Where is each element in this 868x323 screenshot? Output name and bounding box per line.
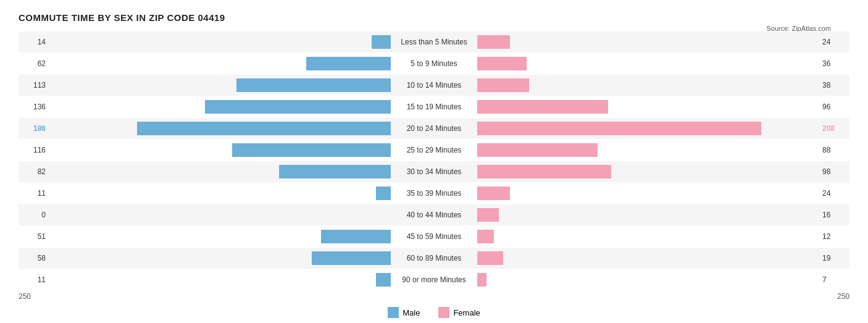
right-bar-side [477,183,819,204]
male-value: 58 [19,254,49,262]
bars-container: 90 or more Minutes [49,269,819,290]
female-value: 36 [819,59,849,68]
chart-row: 186 20 to 24 Minutes 208 [19,118,849,139]
right-bar-side [477,31,819,52]
axis-right-label: 250 [837,292,849,301]
left-bar-side [49,204,391,225]
female-value: 24 [819,38,849,46]
chart-row: 62 5 to 9 Minutes 36 [19,53,849,74]
chart-row: 11 35 to 39 Minutes 24 [19,183,849,204]
chart-row: 11 90 or more Minutes 7 [19,269,849,290]
bars-container: 45 to 59 Minutes [49,226,819,247]
chart-title: COMMUTE TIME BY SEX IN ZIP CODE 04419 [19,12,849,23]
bars-container: 5 to 9 Minutes [49,53,819,74]
female-bar [477,187,510,200]
male-bar [376,273,391,287]
male-bar [236,78,391,92]
male-bar [279,165,391,178]
chart-row: 51 45 to 59 Minutes 12 [19,226,849,247]
male-bar [321,230,391,243]
left-bar-side [49,248,391,269]
left-bar-side [49,118,391,139]
left-bar-side [49,75,391,96]
left-bar-side [49,140,391,161]
left-bar-side [49,53,391,74]
legend-male-box [388,307,399,318]
chart-row: 136 15 to 19 Minutes 96 [19,96,849,117]
female-bar [477,165,611,178]
male-value: 0 [19,211,49,219]
row-label: Less than 5 Minutes [391,38,477,46]
left-bar-side [49,226,391,247]
legend-female-label: Female [453,308,480,317]
female-bar [477,35,510,49]
bars-container: 60 to 89 Minutes [49,248,819,269]
right-bar-side [477,204,819,225]
bars-container: 20 to 24 Minutes [49,118,819,139]
chart-area: 14 Less than 5 Minutes 24 62 5 to 9 Minu… [19,31,849,318]
female-bar [477,57,527,70]
female-value: 24 [819,189,849,198]
female-bar [477,251,503,265]
chart-row: 0 40 to 44 Minutes 16 [19,204,849,225]
male-value: 14 [19,38,49,46]
left-bar-side [49,96,391,117]
bars-container: 40 to 44 Minutes [49,204,819,225]
male-value: 116 [19,146,49,154]
male-bar [137,122,391,135]
right-bar-side [477,96,819,117]
female-value: 19 [819,254,849,262]
female-value: 98 [819,167,849,176]
right-bar-side [477,75,819,96]
bars-container: 10 to 14 Minutes [49,75,819,96]
row-label: 60 to 89 Minutes [391,254,477,262]
female-value: 96 [819,103,849,111]
row-label: 90 or more Minutes [391,275,477,284]
female-value: 7 [819,275,849,284]
row-label: 35 to 39 Minutes [391,189,477,198]
male-value: 62 [19,59,49,68]
bars-container: Less than 5 Minutes [49,31,819,52]
row-label: 30 to 34 Minutes [391,167,477,176]
axis-left-label: 250 [19,292,31,301]
male-bar [232,143,391,157]
bars-container: 15 to 19 Minutes [49,96,819,117]
legend: Male Female [19,307,849,318]
left-bar-side [49,31,391,52]
chart-row: 116 25 to 29 Minutes 88 [19,140,849,161]
bars-container: 25 to 29 Minutes [49,140,819,161]
female-bar [477,208,499,222]
male-value: 136 [19,103,49,111]
female-value: 208 [819,124,849,133]
chart-row: 14 Less than 5 Minutes 24 [19,31,849,52]
female-bar [477,143,598,157]
female-value: 16 [819,211,849,219]
female-bar [477,273,486,287]
male-value: 11 [19,189,49,198]
chart-row: 113 10 to 14 Minutes 38 [19,75,849,96]
right-bar-side [477,269,819,290]
female-bar [477,230,494,243]
right-bar-side [477,161,819,182]
male-value: 51 [19,232,49,241]
row-label: 20 to 24 Minutes [391,124,477,133]
chart-row: 58 60 to 89 Minutes 19 [19,248,849,269]
female-bar [477,122,761,135]
female-bar [477,100,608,114]
chart-row: 82 30 to 34 Minutes 98 [19,161,849,182]
female-value: 12 [819,232,849,241]
male-bar [205,100,391,114]
row-label: 45 to 59 Minutes [391,232,477,241]
row-label: 15 to 19 Minutes [391,103,477,111]
left-bar-side [49,269,391,290]
female-value: 38 [819,81,849,90]
bars-container: 30 to 34 Minutes [49,161,819,182]
row-label: 10 to 14 Minutes [391,81,477,90]
male-value: 82 [19,167,49,176]
male-value: 11 [19,275,49,284]
legend-male: Male [388,307,420,318]
right-bar-side [477,226,819,247]
bars-container: 35 to 39 Minutes [49,183,819,204]
legend-female: Female [438,307,480,318]
legend-male-label: Male [403,308,420,317]
